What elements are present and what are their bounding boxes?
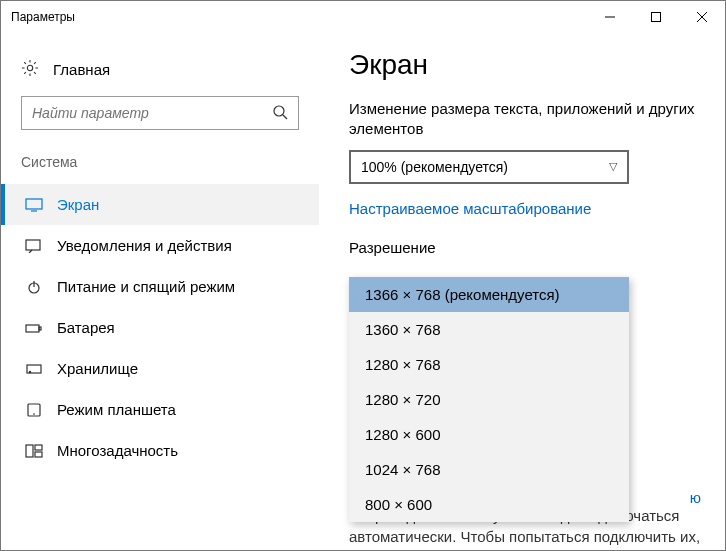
resolution-option[interactable]: 1366 × 768 (рекомендуется) [349,277,629,312]
home-button[interactable]: Главная [1,51,319,96]
sidebar-item-label: Многозадачность [57,442,178,459]
resolution-label: Разрешение [349,239,705,256]
svg-rect-7 [26,199,42,209]
sidebar-item-label: Батарея [57,319,115,336]
svg-rect-13 [39,327,41,330]
svg-point-5 [274,106,284,116]
sidebar-item-multitasking[interactable]: Многозадачность [1,430,319,471]
sidebar-item-storage[interactable]: Хранилище [1,348,319,389]
resolution-option[interactable]: 800 × 600 [349,487,629,522]
tablet-icon [25,403,43,417]
chat-icon [25,239,43,253]
power-icon [25,280,43,294]
scale-value: 100% (рекомендуется) [361,159,508,175]
sidebar: Главная Система Экран Уведомления и дейс… [1,33,319,550]
gear-icon [21,59,39,80]
sidebar-item-tablet[interactable]: Режим планшета [1,389,319,430]
sidebar-item-battery[interactable]: Батарея [1,307,319,348]
minimize-button[interactable] [587,1,633,33]
sidebar-item-label: Режим планшета [57,401,176,418]
svg-rect-18 [26,445,33,457]
section-label: Система [1,154,319,184]
titlebar-buttons [587,1,725,33]
storage-icon [25,362,43,376]
monitor-icon [25,198,43,212]
svg-point-4 [27,65,32,70]
scale-combobox[interactable]: 100% (рекомендуется) ▽ [349,150,629,184]
svg-line-6 [283,115,287,119]
chevron-down-icon: ▽ [609,160,617,173]
page-title: Экран [349,49,705,81]
search-input[interactable] [21,96,299,130]
home-label: Главная [53,61,110,78]
sidebar-item-power[interactable]: Питание и спящий режим [1,266,319,307]
resolution-option[interactable]: 1024 × 768 [349,452,629,487]
partial-link-suffix[interactable]: ю [690,489,701,506]
resolution-option[interactable]: 1280 × 600 [349,417,629,452]
maximize-button[interactable] [633,1,679,33]
resolution-option[interactable]: 1280 × 768 [349,347,629,382]
resolution-option[interactable]: 1360 × 768 [349,312,629,347]
sidebar-item-label: Уведомления и действия [57,237,232,254]
svg-point-15 [29,371,30,372]
scale-label: Изменение размера текста, приложений и д… [349,99,705,140]
svg-rect-19 [35,445,42,450]
sidebar-item-label: Экран [57,196,99,213]
custom-scaling-link[interactable]: Настраиваемое масштабирование [349,200,705,217]
svg-rect-1 [652,13,661,22]
svg-rect-20 [35,452,42,457]
resolution-option[interactable]: 1280 × 720 [349,382,629,417]
sidebar-item-display[interactable]: Экран [1,184,319,225]
battery-icon [25,321,43,335]
svg-rect-9 [26,240,40,250]
resolution-dropdown[interactable]: 1366 × 768 (рекомендуется) 1360 × 768 12… [349,277,629,522]
search-field[interactable] [32,105,272,121]
titlebar: Параметры [1,1,725,33]
multitask-icon [25,444,43,458]
window-title: Параметры [11,10,75,24]
close-button[interactable] [679,1,725,33]
sidebar-item-label: Хранилище [57,360,138,377]
main-panel: Экран Изменение размера текста, приложен… [319,33,725,550]
sidebar-item-label: Питание и спящий режим [57,278,235,295]
sidebar-item-notifications[interactable]: Уведомления и действия [1,225,319,266]
search-icon [272,104,288,123]
svg-rect-12 [26,325,39,332]
